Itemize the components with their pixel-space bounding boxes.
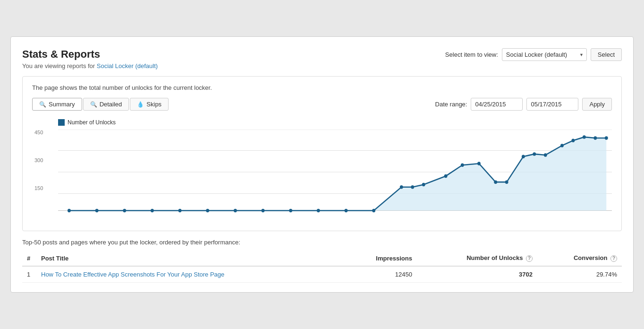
page-header: Stats & Reports You are viewing reports … bbox=[22, 48, 158, 69]
svg-point-15 bbox=[317, 209, 320, 212]
main-container: Stats & Reports You are viewing reports … bbox=[10, 36, 634, 293]
report-description: The page shows the total number of unloc… bbox=[32, 84, 612, 91]
svg-point-25 bbox=[505, 181, 508, 184]
search-icon: 🔍 bbox=[39, 101, 46, 108]
svg-point-16 bbox=[345, 209, 348, 212]
date-range-label: Date range: bbox=[435, 101, 467, 108]
subtitle-link[interactable]: Social Locker (default) bbox=[97, 62, 158, 69]
th-unlocks: Number of Unlocks ? bbox=[417, 251, 537, 266]
row-title: How To Create Effective App Screenshots … bbox=[36, 266, 344, 283]
svg-point-14 bbox=[289, 209, 292, 212]
apply-button[interactable]: Apply bbox=[582, 98, 612, 111]
svg-point-12 bbox=[234, 209, 237, 212]
unlocks-help-icon[interactable]: ? bbox=[526, 255, 533, 262]
select-item-label: Select item to view: bbox=[445, 51, 498, 58]
svg-point-27 bbox=[533, 152, 536, 156]
top-bar: Stats & Reports You are viewing reports … bbox=[22, 48, 622, 76]
legend-color-box bbox=[58, 119, 65, 126]
select-button[interactable]: Select bbox=[591, 48, 622, 61]
svg-point-22 bbox=[461, 164, 464, 167]
page-title: Stats & Reports bbox=[22, 48, 158, 61]
svg-point-24 bbox=[494, 181, 497, 184]
y-label-300: 300 bbox=[34, 157, 43, 163]
legend-label: Number of Unlocks bbox=[68, 119, 116, 126]
item-select[interactable]: Social Locker (default) bbox=[502, 48, 587, 61]
svg-point-6 bbox=[68, 209, 71, 212]
th-impressions: Impressions bbox=[344, 251, 417, 266]
bottom-description: Top-50 posts and pages where you put the… bbox=[22, 239, 622, 246]
svg-point-9 bbox=[151, 209, 154, 212]
tab-summary-label: Summary bbox=[49, 101, 75, 108]
chart-legend: Number of Unlocks bbox=[58, 119, 612, 126]
tab-detailed-label: Detailed bbox=[100, 101, 122, 108]
row-num: 1 bbox=[22, 266, 36, 283]
th-post-title: Post Title bbox=[36, 251, 344, 266]
date-end-input[interactable] bbox=[526, 98, 578, 111]
svg-point-13 bbox=[262, 209, 265, 212]
tab-skips[interactable]: 💧 Skips bbox=[130, 98, 169, 111]
select-wrapper: Social Locker (default) bbox=[502, 48, 587, 61]
svg-point-21 bbox=[444, 174, 448, 178]
svg-point-7 bbox=[95, 209, 99, 212]
svg-point-20 bbox=[422, 183, 425, 186]
date-start-input[interactable] bbox=[471, 98, 523, 111]
row-unlocks: 3702 bbox=[417, 266, 537, 283]
chart-area: 450 300 150 bbox=[58, 130, 612, 215]
row-conversion: 29.74% bbox=[537, 266, 622, 283]
svg-point-33 bbox=[605, 137, 608, 140]
conversion-help-icon[interactable]: ? bbox=[610, 255, 617, 262]
tab-summary[interactable]: 🔍 Summary bbox=[32, 98, 82, 111]
svg-point-32 bbox=[593, 137, 597, 140]
y-axis-labels: 450 300 150 bbox=[34, 130, 43, 215]
svg-point-17 bbox=[372, 209, 375, 212]
svg-point-10 bbox=[178, 209, 182, 212]
chart-svg bbox=[58, 130, 612, 215]
svg-point-8 bbox=[123, 209, 126, 212]
svg-point-26 bbox=[522, 155, 525, 158]
svg-point-28 bbox=[544, 154, 547, 157]
chart-container: Number of Unlocks 450 300 150 bbox=[32, 119, 612, 223]
svg-point-23 bbox=[477, 162, 481, 165]
date-range-row: Date range: Apply bbox=[435, 98, 612, 111]
subtitle-prefix: You are viewing reports for bbox=[22, 62, 95, 69]
post-title-link[interactable]: How To Create Effective App Screenshots … bbox=[41, 271, 224, 278]
table-header-row: # Post Title Impressions Number of Unloc… bbox=[22, 251, 622, 266]
drop-icon: 💧 bbox=[137, 101, 144, 108]
th-conversion: Conversion ? bbox=[537, 251, 622, 266]
tab-skips-label: Skips bbox=[146, 101, 161, 108]
svg-point-18 bbox=[400, 185, 403, 189]
table-row: 1 How To Create Effective App Screenshot… bbox=[22, 266, 622, 283]
y-label-150: 150 bbox=[34, 185, 43, 191]
data-table: # Post Title Impressions Number of Unloc… bbox=[22, 251, 622, 283]
report-card: The page shows the total number of unloc… bbox=[22, 76, 622, 231]
search-icon-2: 🔍 bbox=[90, 101, 97, 108]
svg-point-31 bbox=[583, 135, 586, 139]
svg-point-29 bbox=[560, 144, 564, 147]
bottom-section: Top-50 posts and pages where you put the… bbox=[22, 239, 622, 283]
svg-point-19 bbox=[411, 185, 414, 189]
row-impressions: 12450 bbox=[344, 266, 417, 283]
th-num: # bbox=[22, 251, 36, 266]
tabs: 🔍 Summary 🔍 Detailed 💧 Skips bbox=[32, 98, 169, 111]
page-subtitle: You are viewing reports for Social Locke… bbox=[22, 62, 158, 69]
y-label-450: 450 bbox=[34, 130, 43, 135]
svg-point-11 bbox=[206, 209, 209, 212]
tabs-and-date: 🔍 Summary 🔍 Detailed 💧 Skips Date range:… bbox=[32, 98, 612, 111]
svg-point-30 bbox=[571, 139, 575, 142]
select-item-row: Select item to view: Social Locker (defa… bbox=[445, 48, 622, 61]
tab-detailed[interactable]: 🔍 Detailed bbox=[83, 98, 129, 111]
svg-marker-5 bbox=[69, 137, 606, 211]
